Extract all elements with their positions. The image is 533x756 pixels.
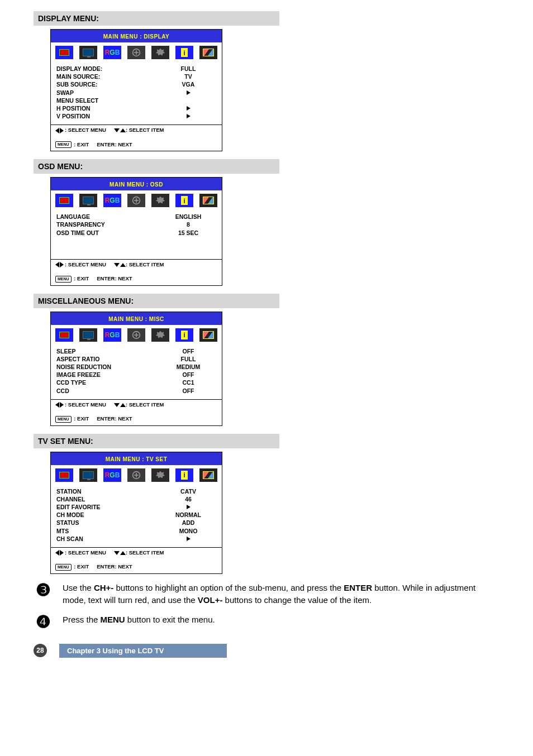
osd-row-value: FULL	[160, 355, 216, 363]
rgb-icon: RGB	[103, 194, 121, 207]
tv-icon	[199, 46, 217, 59]
osd-row-label: TRANSPARENCY	[56, 221, 105, 228]
panel-display: MAIN MENU : DISPLAY RGB i DISPLAY MODE:F…	[50, 29, 222, 151]
osd-row-label: OSD TIME OUT	[56, 229, 99, 237]
osd-icon	[127, 46, 145, 59]
rgb-icon: RGB	[103, 46, 121, 59]
osd-row-label: MENU SELECT	[56, 97, 98, 104]
osd-row-value: 8	[160, 221, 216, 228]
osd-row-value	[160, 535, 216, 543]
osd-row-label: SUB SOURCE:	[56, 80, 98, 88]
osd-row-value: VGA	[160, 80, 216, 88]
osd-row-label: STATION	[56, 487, 82, 495]
osd-row-value	[160, 97, 216, 104]
osd-row: CCDOFF	[56, 387, 216, 395]
panel-display-title: MAIN MENU : DISPLAY	[103, 34, 170, 40]
osd-row-label: MTS	[56, 527, 69, 535]
osd-row-label: CCD TYPE	[56, 379, 86, 386]
display-icon	[79, 468, 97, 482]
osd-row: IMAGE FREEZEOFF	[56, 371, 216, 379]
osd-row: MTSMONO	[56, 527, 216, 535]
info-icon: i	[175, 468, 193, 482]
osd-row-label: IMAGE FREEZE	[56, 371, 101, 379]
osd-icon	[127, 328, 145, 342]
osd-row-label: CHANNEL	[56, 495, 85, 503]
osd-row-value: 46	[160, 495, 216, 503]
page-number: 28	[34, 644, 47, 657]
osd-row-value: MEDIUM	[160, 363, 216, 371]
osd-row: SUB SOURCE:VGA	[56, 80, 216, 88]
osd-row-value: CC1	[160, 379, 216, 386]
osd-row-value: OFF	[160, 387, 216, 395]
display-icon	[79, 46, 97, 59]
section-header-tvset: TV SET MENU:	[34, 434, 279, 448]
osd-row: CH MODENORMAL	[56, 511, 216, 519]
osd-row: OSD TIME OUT15 SEC	[56, 229, 216, 237]
osd-row: LANGUAGEENGLISH	[56, 213, 216, 221]
osd-row-value: OFF	[160, 371, 216, 379]
osd-row-value	[160, 112, 216, 120]
info-icon: i	[175, 46, 193, 59]
panel-display-body: DISPLAY MODE:FULLMAIN SOURCE:TVSUB SOURC…	[51, 63, 222, 125]
osd-row-label: CCD	[56, 387, 69, 395]
panel-tvset-title: MAIN MENU : TV SET	[106, 456, 168, 462]
osd-row-label: LANGUAGE	[56, 213, 90, 221]
osd-row: STATUSADD	[56, 519, 216, 527]
misc-icon	[151, 46, 169, 59]
osd-row: MENU SELECT	[56, 97, 216, 104]
panel-osd: MAIN MENU : OSD RGB i LANGUAGEENGLISHTRA…	[50, 177, 222, 285]
osd-row: SWAP	[56, 89, 216, 97]
panel-tvset-body: STATIONCATVCHANNEL46EDIT FAVORITECH MODE…	[51, 485, 222, 547]
panel-display-icon-row: RGB i	[51, 42, 222, 63]
osd-row-value	[160, 104, 216, 112]
osd-row-value	[160, 503, 216, 511]
osd-row-value: MONO	[160, 527, 216, 535]
step-4: ❹ Press the MENU button to exit the menu…	[34, 614, 499, 630]
osd-row-label: H POSITION	[56, 104, 91, 112]
osd-row: H POSITION	[56, 104, 216, 112]
panel-tvset-icon-row: RGB i	[51, 465, 222, 485]
osd-row: STATIONCATV	[56, 487, 216, 495]
osd-row: DISPLAY MODE:FULL	[56, 65, 216, 73]
osd-icon	[127, 468, 145, 482]
osd-row-label: EDIT FAVORITE	[56, 503, 101, 511]
display-icon	[79, 328, 97, 342]
panel-misc: MAIN MENU : MISC RGB i SLEEPOFFASPECT RA…	[50, 312, 222, 426]
osd-row-value: ADD	[160, 519, 216, 527]
osd-row: NOISE REDUCTIONMEDIUM	[56, 363, 216, 371]
section-header-display: DISPLAY MENU:	[34, 11, 279, 26]
misc-icon	[151, 468, 169, 482]
section-header-misc: MISCELLANEOUS MENU:	[34, 294, 279, 308]
osd-row: EDIT FAVORITE	[56, 503, 216, 511]
osd-row-label: SWAP	[56, 89, 74, 97]
osd-row-value: ENGLISH	[160, 213, 216, 221]
display-icon	[79, 194, 97, 207]
chapter-label: Chapter 3 Using the LCD TV	[59, 644, 227, 658]
info-icon: i	[175, 328, 193, 342]
rgb-icon: RGB	[103, 468, 121, 482]
step-3: ❸ Use the CH+- buttons to highlight an o…	[34, 582, 499, 607]
osd-row-value: CATV	[160, 487, 216, 495]
osd-row-label: NOISE REDUCTION	[56, 363, 111, 371]
misc-icon	[151, 194, 169, 207]
osd-row: MAIN SOURCE:TV	[56, 73, 216, 80]
step-4-text: Press the MENU button to exit the menu.	[63, 614, 499, 626]
step-4-number: ❹	[34, 614, 53, 630]
osd-row-value: 15 SEC	[160, 229, 216, 237]
panel-osd-title: MAIN MENU : OSD	[110, 181, 163, 188]
panel-misc-footer: : SELECT MENU : SELECT ITEM MENU : EXITE…	[51, 399, 222, 425]
video-icon	[55, 46, 73, 59]
panel-osd-icon-row: RGB i	[51, 190, 222, 210]
video-icon	[55, 468, 73, 482]
osd-row-value: TV	[160, 73, 216, 80]
osd-row: CCD TYPECC1	[56, 379, 216, 386]
rgb-icon: RGB	[103, 328, 121, 342]
osd-row: ASPECT RATIOFULL	[56, 355, 216, 363]
panel-tvset: MAIN MENU : TV SET RGB i STATIONCATVCHAN…	[50, 452, 222, 574]
info-icon: i	[175, 194, 193, 207]
page-footer: 28 Chapter 3 Using the LCD TV	[34, 644, 499, 658]
osd-row-value: OFF	[160, 347, 216, 355]
osd-row: CHANNEL46	[56, 495, 216, 503]
step-3-text: Use the CH+- buttons to highlight an opt…	[63, 582, 499, 607]
osd-row-label: MAIN SOURCE:	[56, 73, 100, 80]
